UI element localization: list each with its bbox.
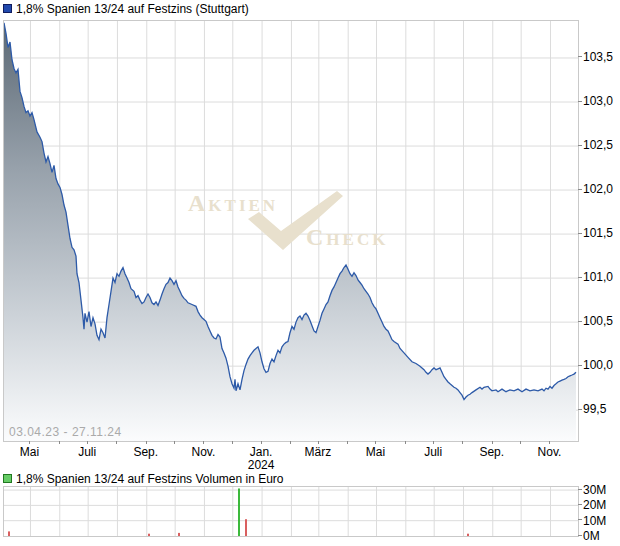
price-tick-label: 101,0 [583, 270, 613, 284]
volume-bar [148, 534, 150, 536]
price-tickmark [578, 233, 582, 234]
month-tickmark [29, 441, 30, 444]
month-tickmark [433, 441, 434, 444]
price-tickmark [578, 189, 582, 190]
month-tickmark [405, 441, 406, 444]
price-tickmark [578, 277, 582, 278]
month-tickmark [116, 441, 117, 444]
price-tickmark [578, 56, 582, 57]
month-tickmark [87, 441, 88, 444]
volume-bars [8, 489, 469, 537]
price-chart-title: 1,8% Spanien 13/24 auf Festzins (Stuttga… [16, 2, 249, 16]
price-tickmark [578, 321, 582, 322]
month-tickmark [462, 441, 463, 444]
volume-tick-label: 0M [583, 529, 600, 543]
month-tickmark [549, 441, 550, 444]
month-label: März [288, 445, 348, 459]
month-tickmark [347, 441, 348, 444]
price-tick-label: 103,0 [583, 94, 613, 108]
volume-bar [238, 489, 240, 537]
month-tickmark [520, 441, 521, 444]
volume-tickmark [578, 535, 582, 536]
price-tick-label: 99,5 [583, 402, 606, 416]
month-label: Sep. [462, 445, 522, 459]
volume-chart-title: 1,8% Spanien 13/24 auf Festzins Volumen … [16, 472, 284, 486]
volume-tickmark [578, 519, 582, 520]
month-label: Nov. [519, 445, 579, 459]
price-tick-label: 103,5 [583, 50, 613, 64]
month-label: Mai [345, 445, 405, 459]
year-label: 2024 [231, 458, 291, 472]
price-tick-label: 100,5 [583, 314, 613, 328]
volume-bar [245, 519, 247, 536]
month-tickmark [318, 441, 319, 444]
month-label: Jan. [231, 445, 291, 459]
month-tickmark [290, 441, 291, 444]
volume-bar [178, 533, 180, 536]
month-tickmark [203, 441, 204, 444]
month-tickmark [146, 441, 147, 444]
bond-price-chart-widget: 1,8% Spanien 13/24 auf Festzins (Stuttga… [0, 0, 620, 546]
date-range-label: 03.04.23 - 27.11.24 [9, 425, 122, 439]
volume-bar [467, 534, 469, 536]
volume-tick-label: 20M [583, 498, 606, 512]
month-label: Sep. [116, 445, 176, 459]
price-tickmark [578, 365, 582, 366]
watermark-check: Check [306, 224, 388, 251]
volume-tick-label: 10M [583, 514, 606, 528]
volume-tickmark [578, 489, 582, 490]
price-tickmark [578, 409, 582, 410]
volume-plot-svg [4, 487, 578, 536]
price-tick-label: 100,0 [583, 358, 613, 372]
month-tickmark [174, 441, 175, 444]
price-tick-label: 102,0 [583, 182, 613, 196]
price-tickmark [578, 101, 582, 102]
volume-tickmark [578, 504, 582, 505]
month-tickmark [261, 441, 262, 444]
month-tickmark [232, 441, 233, 444]
month-tickmark [375, 441, 376, 444]
month-label: Mai [0, 445, 59, 459]
month-label: Nov. [173, 445, 233, 459]
month-label: Juli [57, 445, 117, 459]
volume-plot-area [3, 486, 579, 537]
volume-series-swatch-icon [3, 474, 12, 483]
month-tickmark [59, 441, 60, 444]
volume-tick-label: 30M [583, 483, 606, 497]
price-series-swatch-icon [3, 4, 12, 13]
price-tick-label: 101,5 [583, 226, 613, 240]
price-tick-label: 102,5 [583, 138, 613, 152]
price-tickmark [578, 145, 582, 146]
month-label: Juli [403, 445, 463, 459]
month-tickmark [492, 441, 493, 444]
volume-bar [8, 531, 10, 536]
volume-gridlines [4, 487, 578, 536]
